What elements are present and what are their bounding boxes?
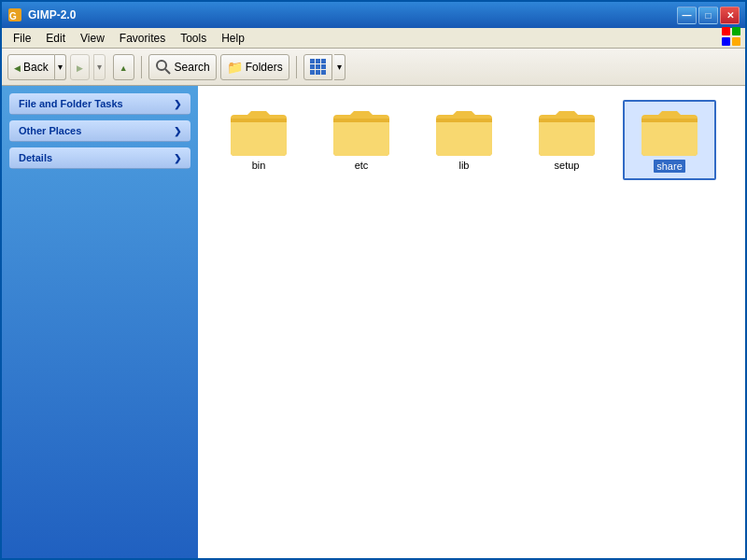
folder-bin-icon [229, 107, 289, 156]
folder-bin-label: bin [252, 160, 266, 171]
folder-setup-label: setup [555, 160, 580, 171]
back-chevron-icon [58, 62, 63, 72]
file-folder-tasks-label: File and Folder Tasks [19, 98, 123, 109]
folder-setup[interactable]: setup [520, 100, 613, 180]
folder-setup-icon [537, 107, 597, 156]
view-button[interactable] [303, 54, 332, 80]
menu-favorites[interactable]: Favorites [112, 30, 173, 47]
details-label: Details [19, 152, 52, 163]
maximize-button[interactable]: □ [698, 7, 718, 24]
up-button[interactable] [113, 54, 134, 80]
folder-share-label: share [654, 160, 685, 173]
forward-dropdown[interactable] [93, 54, 106, 80]
main-window: G GIMP-2.0 — □ ✕ File Edit View Favorite… [0, 0, 747, 560]
up-arrow-icon [120, 61, 128, 74]
forward-button[interactable] [70, 54, 90, 80]
other-places-chevron: ❯ [174, 126, 181, 136]
file-area: bin etc [198, 86, 745, 558]
file-folder-tasks-header[interactable]: File and Folder Tasks ❯ [9, 93, 190, 115]
title-bar-left: G GIMP-2.0 [7, 7, 76, 22]
folder-bin[interactable]: bin [212, 100, 305, 180]
forward-chevron-icon [97, 62, 102, 72]
back-button[interactable]: Back [7, 54, 55, 80]
view-nav [303, 54, 345, 80]
folders-icon [227, 60, 243, 75]
menu-tools[interactable]: Tools [173, 30, 214, 47]
folder-lib-label: lib [458, 160, 469, 171]
svg-line-7 [165, 69, 170, 74]
back-label: Back [23, 61, 49, 74]
toolbar-separator-1 [141, 56, 142, 78]
folder-grid: bin etc [207, 95, 736, 185]
file-folder-tasks-chevron: ❯ [174, 99, 181, 109]
folder-lib-icon [434, 107, 494, 156]
back-dropdown[interactable] [55, 54, 66, 80]
sidebar-section-details: Details ❯ [9, 147, 190, 169]
other-places-label: Other Places [19, 125, 81, 136]
svg-rect-2 [722, 27, 730, 35]
menu-view[interactable]: View [73, 30, 112, 47]
toolbar-separator-2 [296, 56, 297, 78]
sidebar-section-other-places: Other Places ❯ [9, 120, 190, 142]
menu-bar: File Edit View Favorites Tools Help [2, 28, 745, 49]
minimize-button[interactable]: — [677, 7, 697, 24]
details-chevron: ❯ [174, 153, 181, 163]
folder-share[interactable]: share [623, 100, 716, 180]
search-icon [155, 59, 172, 76]
svg-point-6 [157, 61, 166, 70]
winxp-logo [721, 26, 741, 47]
menu-file[interactable]: File [6, 30, 38, 47]
back-nav: Back [7, 54, 66, 80]
forward-arrow-icon [77, 61, 83, 74]
menu-help[interactable]: Help [214, 30, 252, 47]
folder-etc[interactable]: etc [315, 100, 408, 180]
view-chevron-icon [337, 62, 342, 72]
other-places-header[interactable]: Other Places ❯ [9, 120, 190, 142]
view-grid-icon [310, 59, 326, 75]
folder-share-icon [640, 107, 699, 156]
title-bar: G GIMP-2.0 — □ ✕ [2, 2, 745, 28]
svg-rect-5 [732, 37, 740, 46]
main-area: File and Folder Tasks ❯ Other Places ❯ D… [2, 86, 745, 558]
back-arrow-icon [14, 61, 21, 74]
svg-text:G: G [9, 11, 17, 21]
app-icon: G [7, 7, 22, 22]
title-buttons: — □ ✕ [677, 7, 740, 24]
folders-button[interactable]: Folders [220, 54, 289, 80]
details-header[interactable]: Details ❯ [9, 147, 190, 169]
window-title: GIMP-2.0 [28, 8, 76, 21]
search-label: Search [175, 61, 210, 74]
folders-label: Folders [246, 61, 283, 74]
view-dropdown[interactable] [334, 54, 345, 80]
folder-etc-icon [331, 107, 391, 156]
toolbar: Back Search Folder [2, 49, 745, 86]
sidebar-section-file-folder-tasks: File and Folder Tasks ❯ [9, 93, 190, 115]
sidebar: File and Folder Tasks ❯ Other Places ❯ D… [2, 86, 198, 558]
svg-rect-4 [722, 37, 730, 46]
winxp-logo-area [721, 26, 741, 49]
menu-edit[interactable]: Edit [38, 30, 73, 47]
close-button[interactable]: ✕ [720, 7, 740, 24]
folder-lib[interactable]: lib [417, 100, 511, 180]
search-button[interactable]: Search [148, 54, 217, 80]
folder-etc-label: etc [355, 160, 369, 171]
svg-rect-3 [732, 27, 740, 35]
